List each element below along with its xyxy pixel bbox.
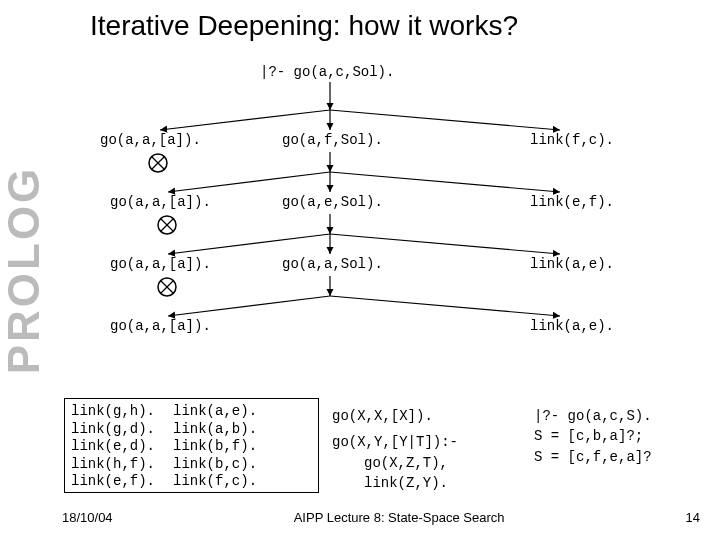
node-r1: link(f,c). xyxy=(530,132,614,148)
footer-center: AIPP Lecture 8: State-Space Search xyxy=(294,510,505,525)
sidebar-label: PROLOG xyxy=(0,166,49,375)
node-r3: link(a,e). xyxy=(530,256,614,272)
rule-line: go(X,Y,[Y|T]):- xyxy=(332,432,458,452)
footer: 18/10/04 AIPP Lecture 8: State-Space Sea… xyxy=(62,510,700,525)
rule-line: link(Z,Y). xyxy=(332,473,458,493)
fail-icon xyxy=(156,276,178,298)
fact: link(b,f). xyxy=(173,438,257,456)
svg-line-13 xyxy=(168,296,330,316)
fact: link(g,d). xyxy=(71,421,155,439)
fail-icon xyxy=(147,152,169,174)
node-l3: go(a,a,[a]). xyxy=(110,256,211,272)
answers-block: |?- go(a,c,S). S = [c,b,a]?; S = [c,f,e,… xyxy=(534,406,652,467)
node-l4: go(a,a,[a]). xyxy=(110,318,211,334)
node-r2: link(e,f). xyxy=(530,194,614,210)
fact: link(a,e). xyxy=(173,403,257,421)
fact: link(f,c). xyxy=(173,473,257,491)
facts-col-1: link(g,h). link(g,d). link(e,d). link(h,… xyxy=(71,403,155,488)
svg-line-3 xyxy=(330,110,560,130)
node-r4: link(a,e). xyxy=(530,318,614,334)
facts-box: link(g,h). link(g,d). link(e,d). link(h,… xyxy=(64,398,319,493)
svg-line-5 xyxy=(168,172,330,192)
node-l1: go(a,a,[a]). xyxy=(100,132,201,148)
footer-page: 14 xyxy=(686,510,700,525)
fact: link(a,b). xyxy=(173,421,257,439)
fail-icon xyxy=(156,214,178,236)
node-l2: go(a,a,[a]). xyxy=(110,194,211,210)
svg-line-14 xyxy=(330,296,560,316)
svg-line-7 xyxy=(330,172,560,192)
prolog-query: |?- go(a,c,Sol). xyxy=(260,64,394,80)
svg-line-9 xyxy=(168,234,330,254)
answer-line: S = [c,f,e,a]? xyxy=(534,447,652,467)
svg-line-11 xyxy=(330,234,560,254)
node-m3: go(a,a,Sol). xyxy=(282,256,383,272)
fact: link(e,d). xyxy=(71,438,155,456)
rules-block: go(X,X,[X]). go(X,Y,[Y|T]):- go(X,Z,T), … xyxy=(332,406,458,493)
svg-line-1 xyxy=(160,110,330,130)
node-m1: go(a,f,Sol). xyxy=(282,132,383,148)
fact: link(e,f). xyxy=(71,473,155,491)
sidebar-prolog: PROLOG xyxy=(0,0,48,540)
footer-date: 18/10/04 xyxy=(62,510,113,525)
fact: link(h,f). xyxy=(71,456,155,474)
page-title: Iterative Deepening: how it works? xyxy=(90,10,518,42)
fact: link(g,h). xyxy=(71,403,155,421)
fact: link(b,c). xyxy=(173,456,257,474)
rule-line: go(X,X,[X]). xyxy=(332,406,458,426)
facts-col-2: link(a,e). link(a,b). link(b,f). link(b,… xyxy=(173,403,257,488)
node-m2: go(a,e,Sol). xyxy=(282,194,383,210)
rule-line: go(X,Z,T), xyxy=(332,453,458,473)
answer-line: |?- go(a,c,S). xyxy=(534,406,652,426)
answer-line: S = [c,b,a]?; xyxy=(534,426,652,446)
